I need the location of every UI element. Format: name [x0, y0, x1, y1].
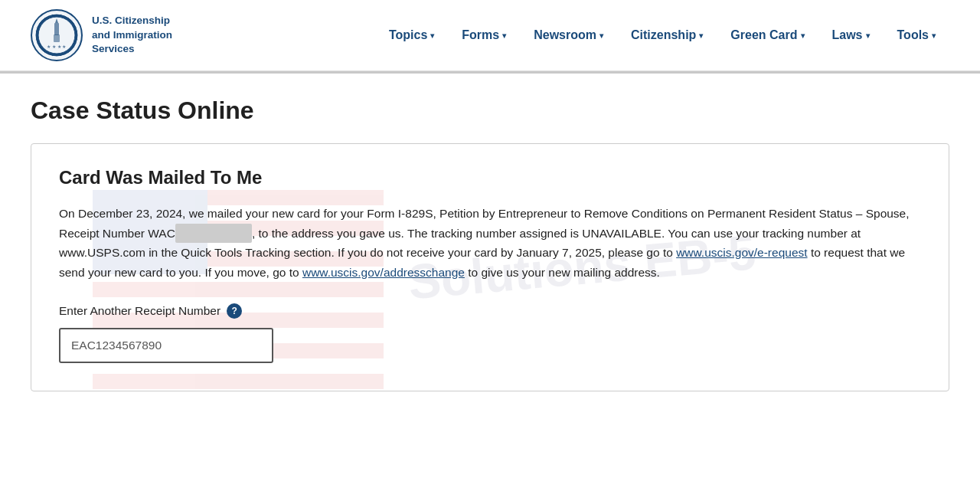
body-part-4: to give us your new mailing address.	[468, 266, 660, 279]
nav-label-tools: Tools	[897, 28, 929, 42]
receipt-label: Enter Another Receipt Number	[59, 304, 220, 318]
svg-rect-4	[54, 34, 60, 42]
nav-label-green-card: Green Card	[730, 28, 797, 42]
nav-item-citizenship[interactable]: Citizenship ▾	[617, 22, 717, 48]
chevron-down-icon: ▾	[699, 31, 703, 40]
svg-rect-13	[93, 374, 384, 389]
receipt-number-redacted	[175, 224, 252, 244]
chevron-down-icon: ▾	[866, 31, 870, 40]
nav-item-newsroom[interactable]: Newsroom ▾	[520, 22, 617, 48]
help-icon[interactable]: ?	[227, 303, 242, 319]
address-change-link[interactable]: www.uscis.gov/addresschange	[302, 266, 465, 279]
page-title: Case Status Online	[31, 97, 949, 125]
e-request-link[interactable]: www.uscis.gov/e-request	[676, 246, 807, 259]
logo-area: ★ ★ ★ ★ U.S. Citizenship and Immigration…	[31, 9, 172, 61]
nav-label-laws: Laws	[832, 28, 863, 42]
nav-item-tools[interactable]: Tools ▾	[884, 22, 949, 48]
card-body-text: On December 23, 2024, we mailed your new…	[59, 204, 921, 282]
svg-rect-2	[54, 23, 59, 35]
nav-label-forms: Forms	[462, 28, 499, 42]
uscis-logo: ★ ★ ★ ★	[31, 9, 83, 61]
nav-item-green-card[interactable]: Green Card ▾	[717, 22, 818, 48]
main-content: Case Status Online Solutions EB-5 Card W…	[0, 74, 980, 422]
card-status-title: Card Was Mailed To Me	[59, 167, 921, 188]
site-header: ★ ★ ★ ★ U.S. Citizenship and Immigration…	[0, 0, 980, 71]
nav-label-topics: Topics	[389, 28, 427, 42]
nav-item-forms[interactable]: Forms ▾	[448, 22, 520, 48]
chevron-down-icon: ▾	[932, 31, 936, 40]
chevron-down-icon: ▾	[502, 31, 506, 40]
chevron-down-icon: ▾	[801, 31, 805, 40]
svg-text:★ ★ ★ ★: ★ ★ ★ ★	[47, 44, 66, 49]
nav-item-topics[interactable]: Topics ▾	[375, 22, 448, 48]
org-name: U.S. Citizenship and Immigration Service…	[92, 14, 172, 57]
chevron-down-icon: ▾	[430, 31, 434, 40]
main-nav: Topics ▾ Forms ▾ Newsroom ▾ Citizenship …	[375, 22, 949, 48]
receipt-label-row: Enter Another Receipt Number ?	[59, 303, 921, 319]
status-card: Solutions EB-5 Card Was Mailed To Me On …	[31, 143, 949, 391]
receipt-number-input[interactable]	[59, 328, 273, 363]
nav-label-citizenship: Citizenship	[631, 28, 696, 42]
chevron-down-icon: ▾	[599, 31, 603, 40]
nav-item-laws[interactable]: Laws ▾	[818, 22, 884, 48]
card-content: Card Was Mailed To Me On December 23, 20…	[59, 167, 921, 363]
nav-label-newsroom: Newsroom	[534, 28, 596, 42]
